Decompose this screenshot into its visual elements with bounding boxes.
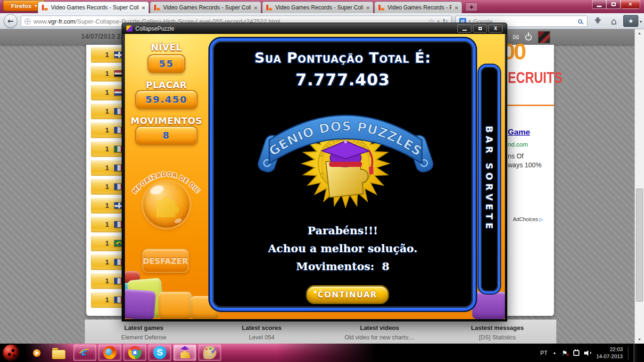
- footer-link[interactable]: Level 054: [203, 334, 321, 341]
- show-desktop-button[interactable]: [634, 344, 638, 362]
- scrollbar-thumb[interactable]: [636, 189, 643, 302]
- undo-button[interactable]: DESFAZER: [142, 248, 189, 273]
- start-button[interactable]: [3, 345, 19, 361]
- restore-button[interactable]: [606, 0, 620, 9]
- footer-title: Latest games: [85, 324, 203, 331]
- record-rank: 1: [91, 296, 109, 304]
- vgr-favicon: [266, 4, 272, 11]
- firefox-icon: [103, 346, 116, 359]
- bookmarks-dropdown-icon[interactable]: ▾: [640, 19, 642, 24]
- taskbar-chrome[interactable]: [124, 345, 146, 361]
- continue-button[interactable]: CONTINUAR: [306, 285, 389, 304]
- browser-tab[interactable]: Video Games Records - Private messa...×: [374, 1, 462, 13]
- taskbar-internet-explorer[interactable]: [74, 345, 96, 361]
- scroll-down-icon: ▼: [638, 337, 642, 342]
- taskbar-skype[interactable]: [149, 345, 171, 361]
- score-value: 59.450: [135, 90, 198, 109]
- footer-link[interactable]: Element Defense: [85, 334, 203, 341]
- adchoices-icon: ▷: [539, 217, 543, 222]
- ad-link[interactable]: Game: [508, 128, 530, 137]
- scroll-down-button[interactable]: ▼: [635, 336, 644, 344]
- tab-close-icon[interactable]: ×: [141, 5, 145, 11]
- alert-x-icon: ✕: [566, 353, 570, 357]
- game-content: NÍVEL 55 PLACAR 59.450 MOVIMENTOS 8 TEMP…: [125, 34, 505, 319]
- vgr-favicon: [378, 4, 385, 11]
- record-rank: 1: [91, 145, 109, 153]
- bookmarks-star-icon: ★: [628, 17, 634, 25]
- back-button[interactable]: ←: [4, 14, 17, 28]
- bookmarks-button[interactable]: ★: [623, 15, 638, 27]
- game-window-controls: X: [457, 25, 503, 33]
- recruits-heading: ECRUITS: [508, 69, 562, 87]
- side-vertical-label: BAR SORVETE: [484, 126, 495, 232]
- tab-close-icon[interactable]: ×: [254, 5, 257, 11]
- browser-tab[interactable]: Video Games Records - Super Collaps...×: [38, 1, 149, 13]
- minimize-icon: [597, 6, 602, 7]
- action-center-flag-icon[interactable]: ⚑✕: [561, 349, 568, 357]
- taskbar-collapse-puzzle[interactable]: [173, 345, 196, 361]
- home-button[interactable]: ⌂: [607, 15, 620, 28]
- footer-link[interactable]: Old video for new charts:...: [321, 334, 438, 341]
- internet-explorer-icon: [78, 346, 91, 359]
- power-icon[interactable]: [525, 34, 532, 41]
- tab-strip: Video Games Records - Super Collaps...×V…: [38, 1, 478, 13]
- site-globe-icon: [25, 18, 31, 25]
- tab-close-icon[interactable]: ×: [366, 5, 370, 11]
- close-button[interactable]: ×: [620, 0, 640, 9]
- tab-title: Video Games Records - Super Collaps...: [163, 4, 251, 11]
- game-minimize-icon: [462, 30, 467, 31]
- vgr-favicon: [41, 4, 48, 11]
- scroll-up-button[interactable]: ▲: [635, 29, 644, 37]
- new-tab-button[interactable]: +: [465, 2, 478, 11]
- footer-title: Latest scores: [203, 324, 321, 331]
- game-restore-icon: [479, 27, 482, 30]
- game-restore-button[interactable]: [473, 25, 487, 33]
- chrome-icon: [128, 346, 141, 359]
- ad-text-line1: ns Of: [508, 152, 523, 160]
- speaker-icon[interactable]: [584, 350, 591, 356]
- moves-value: 8: [135, 126, 198, 145]
- power-plug-icon[interactable]: [573, 350, 579, 356]
- taskbar-firefox[interactable]: [99, 345, 121, 361]
- tray-clock[interactable]: 22:03 14-07-2013: [596, 346, 623, 360]
- footer-column: Latest gamesElement Defense: [85, 324, 203, 344]
- game-close-button[interactable]: X: [488, 25, 503, 33]
- search-icon[interactable]: [578, 19, 582, 24]
- paint-icon: [203, 346, 216, 359]
- game-window-title: CollapsePuzzle: [135, 25, 174, 32]
- record-rank: 1: [91, 70, 109, 77]
- tab-close-icon[interactable]: ×: [454, 5, 458, 11]
- footer-column: Lastest messages[DS] Statistics: [438, 324, 556, 344]
- downloads-button[interactable]: [591, 15, 604, 28]
- dialog-title: Sua Pontuação Total É:: [213, 49, 473, 66]
- record-rank: 1: [91, 221, 109, 228]
- puzzle-genius-medal: Super Puzzle Collapse Puzzle Completion …: [256, 98, 435, 220]
- collapse-puzzle-icon: [178, 346, 191, 359]
- orange-divider: [500, 105, 554, 106]
- record-rank: 1: [91, 183, 109, 190]
- browser-tab[interactable]: Video Games Records - Super Collaps...×: [262, 1, 373, 13]
- page-scrollbar[interactable]: ▲ ▼: [635, 29, 644, 344]
- game-titlebar[interactable]: CollapsePuzzle X: [122, 23, 507, 34]
- ad-domain: nd.com: [508, 141, 528, 148]
- dialog-score: 7.777.403: [213, 70, 473, 89]
- browser-tab[interactable]: Video Games Records - Super Collaps...×: [150, 1, 261, 13]
- language-indicator[interactable]: PT: [540, 350, 547, 356]
- tray-expand-icon[interactable]: ▲: [553, 351, 556, 355]
- level-value: 55: [148, 54, 185, 73]
- adchoices-label: AdChoices: [513, 216, 538, 222]
- footer-link[interactable]: [DS] Statistics: [438, 334, 556, 341]
- game-minimize-button[interactable]: [457, 25, 471, 33]
- taskbar-paint[interactable]: [198, 345, 221, 361]
- speaker-wave-icon: [588, 351, 591, 354]
- tray-separator: [628, 346, 628, 360]
- adchoices-link[interactable]: AdChoices ▷: [513, 216, 543, 222]
- download-icon: [596, 17, 599, 21]
- avatar[interactable]: [538, 31, 550, 43]
- hint-timer-ball[interactable]: [143, 181, 190, 228]
- block-orange: [158, 292, 192, 319]
- vgr-favicon: [154, 4, 160, 11]
- minimize-button[interactable]: [592, 0, 606, 9]
- restore-icon: [611, 2, 616, 6]
- congrats-text: Parabéns!!!: [213, 224, 473, 237]
